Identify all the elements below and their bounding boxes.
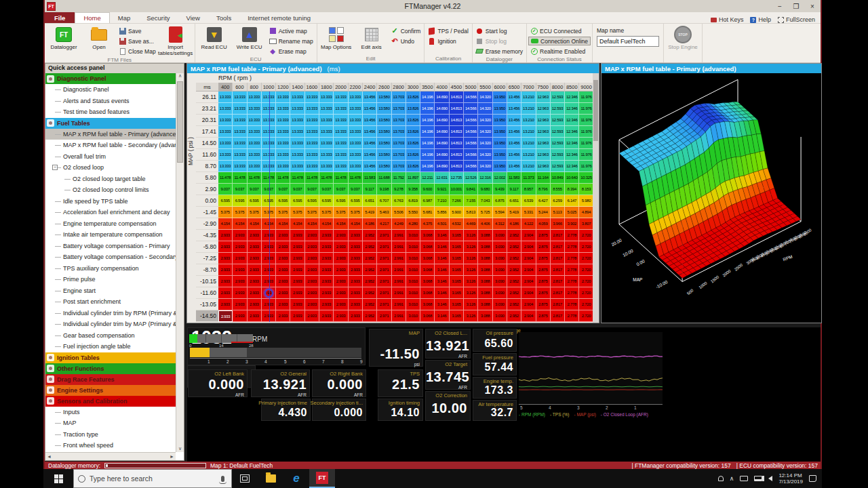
table-cell[interactable]: 13.826 (406, 149, 420, 161)
table-cell[interactable]: 14.566 (464, 115, 478, 126)
table-cell[interactable]: 2.933 (349, 253, 363, 264)
table-cell[interactable]: 2.933 (218, 253, 233, 264)
table-cell[interactable]: 2.904 (521, 299, 536, 310)
table-cell[interactable]: 13.333 (218, 149, 233, 161)
table-cell[interactable]: 2.991 (392, 264, 406, 276)
table-cell[interactable]: 2.817 (551, 241, 565, 253)
table-cell[interactable]: 2.933 (276, 253, 290, 264)
table-cell[interactable]: 14.320 (478, 92, 492, 103)
table-cell[interactable]: 3.146 (435, 299, 449, 310)
table-cell[interactable]: 13.456 (363, 92, 377, 103)
sidebar-item-map-x-rpm-fuel-table-secondary-advanced-[interactable]: MAP x RPM fuel table - Secondary (advanc… (45, 140, 176, 151)
table-cell[interactable]: 3.030 (493, 230, 507, 241)
ignition-button[interactable]: Ignition (426, 37, 470, 45)
table-cell[interactable]: 2.933 (248, 253, 262, 264)
table-cell[interactable]: 2.991 (392, 230, 406, 241)
active-map-button[interactable]: Active map (267, 26, 315, 35)
table-cell[interactable]: 4.122 (521, 218, 536, 230)
sidebar-item-individual-cylinder-trim-by-map-primary-[interactable]: Individual cylinder trim by MAP (Primary… (45, 319, 176, 330)
table-cell[interactable]: 2.991 (392, 287, 406, 299)
table-cell[interactable]: 8.394 (565, 184, 579, 195)
table-cell[interactable]: 2.933 (233, 310, 247, 322)
table-cell[interactable]: 11.976 (579, 92, 593, 103)
table-cell[interactable]: 13.333 (349, 149, 363, 161)
table-cell[interactable]: 13.333 (290, 138, 304, 149)
table-cell[interactable]: 13.456 (363, 115, 377, 126)
table-cell[interactable]: 14.320 (478, 161, 492, 172)
table-cell[interactable]: 3.068 (420, 230, 435, 241)
table-cell[interactable]: 13.456 (507, 126, 521, 138)
table-cell[interactable]: 2.933 (276, 276, 290, 287)
table-cell[interactable]: 2.933 (290, 241, 304, 253)
table-cell[interactable]: 13.333 (233, 138, 247, 149)
table-cell[interactable]: 2.933 (334, 310, 348, 322)
table-cell[interactable]: 11.478 (319, 172, 334, 184)
rpm-column-header[interactable]: 4500 (450, 83, 464, 92)
table-cell[interactable]: 2.933 (349, 241, 363, 253)
table-cell[interactable]: 2.875 (536, 241, 551, 253)
table-cell[interactable]: 13.333 (218, 115, 233, 126)
table-cell[interactable]: 5.375 (233, 207, 247, 218)
table-cell[interactable]: 12.346 (565, 161, 579, 172)
table-cell[interactable]: 2.952 (363, 287, 377, 299)
table-cell[interactable]: 10.849 (551, 172, 565, 184)
table-cell[interactable]: 13.333 (276, 161, 290, 172)
table-cell[interactable]: 3.068 (420, 241, 435, 253)
table-cell[interactable]: 5.375 (349, 207, 363, 218)
table-cell[interactable]: 4.249 (392, 218, 406, 230)
table-cell[interactable]: 8.957 (521, 184, 536, 195)
rpm-column-header[interactable]: 3000 (406, 83, 420, 92)
sidebar-item-overall-fuel-trim[interactable]: Overall fuel trim (45, 151, 176, 163)
table-cell[interactable]: 12.316 (478, 172, 492, 184)
table-cell[interactable]: 2.933 (305, 241, 319, 253)
table-cell[interactable]: 3.068 (420, 276, 435, 287)
table-cell[interactable]: 13.333 (349, 126, 363, 138)
table-cell[interactable]: 3.030 (493, 253, 507, 264)
table-cell[interactable]: 14.690 (435, 92, 449, 103)
sidebar-item-o2-closed-loop-target-table[interactable]: O2 closed loop target table (45, 174, 176, 185)
table-cell[interactable]: 9.841 (464, 184, 478, 195)
table-cell[interactable]: 13.456 (363, 138, 377, 149)
table-cell[interactable]: 14.196 (420, 149, 435, 161)
table-cell[interactable]: 8.555 (551, 184, 565, 195)
table-cell[interactable]: 13.950 (493, 161, 507, 172)
sidebar-item-fuel-injection-angle-table[interactable]: Fuel injection angle table (45, 341, 176, 352)
rpm-column-header[interactable]: 6000 (493, 83, 507, 92)
table-cell[interactable]: 13.333 (319, 161, 334, 172)
start-button[interactable] (43, 469, 73, 488)
table-cell[interactable]: 2.933 (218, 276, 233, 287)
table-cell[interactable]: 3.126 (464, 310, 478, 322)
map-row-header[interactable]: 11.60 (196, 149, 218, 161)
sidebar-item-acceleration-fuel-enrichment-and-decay[interactable]: Acceleration fuel enrichment and decay (45, 207, 176, 218)
sidebar-item-engine-start[interactable]: Engine start (45, 285, 176, 297)
table-cell[interactable]: 3.146 (435, 310, 449, 322)
table-cell[interactable]: 6.259 (551, 195, 565, 207)
table-cell[interactable]: 13.333 (334, 115, 348, 126)
table-cell[interactable]: 6.595 (349, 195, 363, 207)
sidebar-item-post-start-enrichment[interactable]: Post start enrichment (45, 296, 176, 308)
table-cell[interactable]: 2.778 (565, 287, 579, 299)
table-cell[interactable]: 14.813 (450, 103, 464, 115)
table-cell[interactable]: 11.478 (290, 172, 304, 184)
table-cell[interactable]: 11.976 (579, 103, 593, 115)
table-cell[interactable]: 3.010 (406, 276, 420, 287)
sidebar-item-map[interactable]: MAP (45, 418, 176, 429)
table-cell[interactable]: 2.933 (248, 230, 262, 241)
table-cell[interactable]: 4.217 (377, 218, 391, 230)
table-cell[interactable]: 3.030 (493, 299, 507, 310)
table-cell[interactable]: 11.976 (579, 126, 593, 138)
table-cell[interactable]: 13.333 (233, 115, 247, 126)
table-cell[interactable]: 2.971 (377, 241, 391, 253)
table-cell[interactable]: 2.933 (248, 310, 262, 322)
table-cell[interactable]: 6.595 (290, 195, 304, 207)
table-cell[interactable]: 3.030 (493, 287, 507, 299)
table-cell[interactable]: 3.165 (450, 287, 464, 299)
table-cell[interactable]: 13.703 (392, 161, 406, 172)
table-cell[interactable]: 2.952 (363, 276, 377, 287)
table-cell[interactable]: 2.933 (248, 287, 262, 299)
table-cell[interactable]: 13.703 (392, 126, 406, 138)
table-cell[interactable]: 14.566 (464, 149, 478, 161)
table-cell[interactable]: 4.532 (450, 218, 464, 230)
table-cell[interactable]: 3.146 (435, 276, 449, 287)
table-cell[interactable]: 6.595 (276, 195, 290, 207)
